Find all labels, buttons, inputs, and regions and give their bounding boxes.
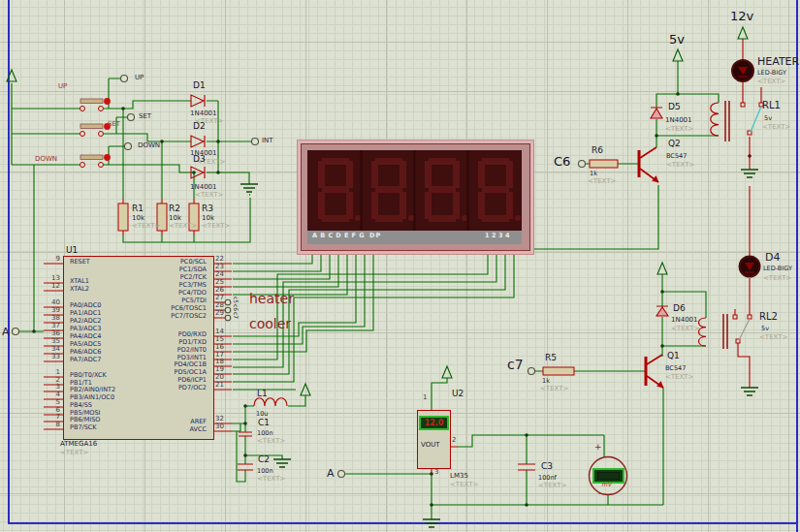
r5-value: 1k	[542, 378, 550, 385]
c6-terminal-label: C6	[554, 155, 570, 169]
q1-value: BC547	[665, 365, 686, 372]
r3-ref: R3	[202, 204, 213, 213]
up-terminal-label: UP	[135, 75, 144, 81]
l1-value: 10u	[256, 411, 268, 418]
c2-value: 100n	[257, 468, 273, 475]
u1-ref: U1	[66, 246, 78, 255]
c3-value: 100nf	[538, 475, 557, 482]
q1-ref: Q1	[667, 352, 680, 360]
c1-text: <TEXT>	[257, 438, 285, 445]
a-terminal-left-label: A	[2, 327, 10, 338]
lm35-reading-lcd: 12.0	[419, 416, 449, 430]
d2-ref: D2	[193, 122, 206, 131]
c2-ref: C2	[258, 455, 270, 464]
r2-text: <TEXT>	[169, 223, 197, 230]
rl1-text: <TEXT>	[762, 124, 790, 131]
d3-ref: D3	[193, 155, 206, 164]
transistor-q2[interactable]	[639, 147, 658, 182]
c3-text: <TEXT>	[538, 483, 566, 489]
u2-pin2-number: 2	[452, 437, 456, 444]
c2-text: <TEXT>	[257, 476, 285, 483]
u1-part-name: ATMEGA16	[60, 441, 97, 448]
led-heater-symbol[interactable]	[732, 60, 753, 81]
c7-mini-terminal-label: c7	[233, 312, 239, 319]
rl2-text: <TEXT>	[759, 334, 787, 341]
display-digit-pins-label: 1234	[485, 233, 512, 239]
d6-text: <TEXT>	[671, 326, 699, 332]
relay-rl2[interactable]	[699, 314, 752, 349]
u2-pin1-number: 1	[423, 394, 427, 401]
u2-ref: U2	[452, 390, 464, 398]
u1-text: <TEXT>	[60, 450, 88, 456]
r5-ref: R5	[545, 354, 557, 362]
lm35-reading-value: 12.0	[422, 419, 446, 427]
rl1-value: 5v	[764, 115, 772, 122]
heater-led-ref: HEATER	[757, 56, 799, 68]
power-5v-label: 5v	[669, 33, 685, 47]
r5-text: <TEXT>	[540, 386, 568, 392]
transistor-q1[interactable]	[646, 355, 663, 388]
l1-ref: L1	[257, 390, 268, 398]
r1-text: <TEXT>	[132, 223, 160, 230]
display-panel	[307, 150, 522, 244]
d5-value: 1N4001	[665, 117, 692, 124]
int-terminal-label: INT	[262, 138, 273, 144]
voltmeter-plus-label: +	[594, 443, 602, 452]
set-net-label: SET	[108, 121, 120, 128]
u2-text: <TEXT>	[450, 482, 478, 488]
a-terminal-bottom-label: A	[327, 468, 335, 480]
voltmeter-minus-label: -	[598, 489, 601, 498]
heater-led-text: <TEXT>	[757, 78, 785, 85]
u2-pin3-number: 3	[434, 469, 438, 476]
set-terminal-label: SET	[139, 113, 151, 120]
r6-text: <TEXT>	[588, 178, 616, 185]
d5-ref: D5	[668, 103, 681, 111]
d4-value: LED-BIGY	[763, 266, 792, 272]
c6-mini-terminal-label: c6	[233, 304, 239, 311]
d6-ref: D6	[673, 304, 686, 313]
d1-ref: D1	[193, 81, 206, 90]
power-12v-label: 12v	[730, 10, 753, 23]
rl2-ref: RL2	[759, 312, 778, 323]
u2-part-name: LM35	[450, 473, 468, 480]
d5-text: <TEXT>	[665, 126, 693, 133]
down-terminal-label: DOWN	[138, 142, 160, 149]
inductor-symbol[interactable]	[254, 398, 287, 406]
r6-value: 1k	[590, 171, 597, 177]
display-digits	[307, 150, 522, 244]
heater-net-label: heater	[249, 292, 294, 306]
up-net-label: UP	[58, 83, 67, 90]
r3-text: <TEXT>	[202, 223, 230, 230]
relay-rl1[interactable]	[711, 101, 763, 141]
d4-ref: D4	[765, 252, 780, 264]
display-dp-pin-label: DP	[369, 233, 381, 239]
down-net-label: DOWN	[35, 156, 57, 163]
rl2-value: 5v	[761, 326, 769, 332]
q2-ref: Q2	[668, 140, 681, 148]
cooler-net-label: cooler	[249, 317, 291, 331]
display-segment-pins-label: ABCDEFG	[312, 233, 368, 239]
c1-value: 100n	[257, 430, 273, 437]
r1-ref: R1	[132, 204, 144, 213]
rl1-ref: RL1	[762, 101, 781, 111]
c3-ref: C3	[541, 462, 553, 471]
voltmeter-lcd-digits	[597, 472, 620, 480]
c1-ref: C1	[258, 419, 270, 427]
q2-text: <TEXT>	[666, 162, 694, 169]
d6-value: 1N4001	[671, 317, 698, 324]
q1-text: <TEXT>	[665, 374, 693, 381]
d3-text: <TEXT>	[195, 192, 223, 199]
led-d4-symbol[interactable]	[740, 257, 760, 277]
d4-text: <TEXT>	[763, 275, 791, 282]
r2-ref: R2	[169, 204, 180, 213]
c5-mini-terminal-label: c5	[233, 297, 239, 303]
c7-terminal-label: c7	[507, 358, 524, 372]
voltmeter-unit-label: mV	[601, 482, 612, 488]
q2-value: BC547	[666, 153, 687, 160]
r6-ref: R6	[592, 146, 603, 155]
schematic-canvas: ABCDEFG DP 1234 12.0 12v 5v UP SET DOWN …	[0, 0, 800, 532]
heater-led-value: LED-BIGY	[757, 70, 786, 77]
u2-vout-label: VOUT	[421, 442, 440, 449]
